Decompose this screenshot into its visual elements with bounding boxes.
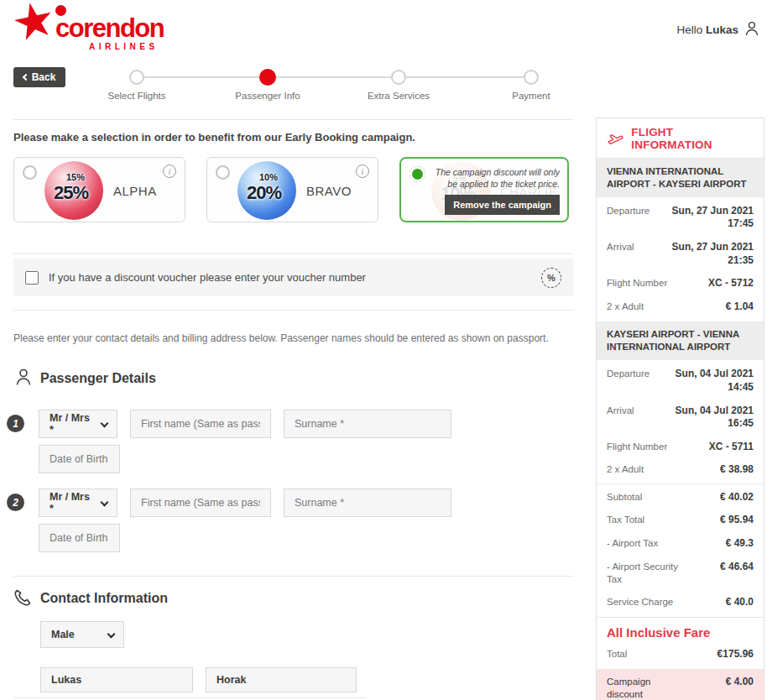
outbound-arrival-row: Arrival Sun, 27 Jun 2021 21:35	[597, 236, 764, 272]
contact-gender-value: Male	[51, 629, 75, 640]
chevron-down-icon	[101, 499, 109, 507]
passenger-2-surname-input[interactable]	[284, 488, 451, 517]
step-dot-extra-services[interactable]	[391, 70, 406, 85]
info-icon-bravo[interactable]: i	[356, 165, 369, 178]
service-charge-row: Service Charge € 40.0	[597, 591, 764, 614]
back-button[interactable]: Back	[13, 67, 65, 87]
flight-icon	[607, 133, 624, 145]
back-button-label: Back	[32, 71, 56, 83]
tax-total-row: Tax Total € 95.94	[597, 509, 764, 532]
campaign-cards: 15% 25% ALPHA i 10% 20% BRAVO i 5% 10% C…	[13, 157, 569, 222]
passenger-2-first-name-input[interactable]	[130, 488, 271, 517]
bravo-gift-image: 10% 20%	[237, 161, 296, 220]
passenger-1-first-name-input[interactable]	[130, 410, 271, 438]
campaign-card-bravo[interactable]: 10% 20% BRAVO i	[206, 157, 378, 222]
contact-surname-input[interactable]	[206, 667, 357, 692]
all-inclusive-fare-title: All Inclusive Fare	[597, 617, 764, 643]
contact-gender-select[interactable]: Male	[40, 621, 124, 648]
return-flight-number-row: Flight Number XC - 5711	[597, 436, 764, 459]
logo-airlines-text: AIRLINES	[89, 42, 159, 51]
campaign-discount-row: Campaign discount € 4.00	[597, 669, 764, 700]
flight-information-panel: FLIGHT INFORMATION VIENNA INTERNATIONAL …	[596, 118, 764, 700]
return-pax-row: 2 x Adult € 38.98	[597, 458, 764, 482]
alpha-name: ALPHA	[113, 184, 157, 198]
voucher-checkbox[interactable]	[25, 271, 39, 285]
radio-charlie-selected[interactable]	[409, 166, 425, 182]
step-dot-payment[interactable]	[524, 70, 539, 85]
alpha-big-percent: 25%	[54, 182, 88, 204]
step-dot-select-flights[interactable]	[129, 70, 144, 85]
campaign-intro-text: Please make a selection in order to bene…	[13, 131, 415, 144]
divider-voucher-bottom	[13, 310, 573, 311]
contact-information-title: Contact Information	[40, 591, 168, 606]
user-icon[interactable]	[743, 20, 760, 37]
passenger-1-title-value: Mr / Mrs *	[50, 412, 96, 436]
step-label-passenger-info[interactable]: Passenger Info	[209, 91, 326, 101]
passenger-2-title-select[interactable]: Mr / Mrs *	[39, 488, 117, 517]
corendon-logo[interactable]: ★ corendon AIRLINES	[12, 2, 180, 54]
passenger-details-title: Passenger Details	[40, 371, 156, 386]
divider-contact	[13, 576, 573, 577]
passenger-1-number: 1	[7, 415, 24, 432]
bravo-name: BRAVO	[306, 184, 352, 198]
subtotal-row: Subtotal € 40.02	[597, 483, 764, 509]
form-note-text: Please enter your contact details and bi…	[13, 332, 549, 344]
charlie-overlay: The campaign discount will only be appli…	[401, 159, 567, 221]
passenger-1-dob-input[interactable]	[39, 445, 120, 473]
phone-icon	[13, 588, 34, 608]
return-arrival-row: Arrival Sun, 04 Jul 2021 16:45	[597, 400, 764, 436]
radio-alpha[interactable]	[23, 165, 37, 180]
route-return: KAYSERI AIRPORT - VIENNA INTERNATIONAL A…	[597, 321, 764, 360]
voucher-label: If you have a discount voucher please en…	[49, 271, 541, 284]
airport-security-tax-row: - Airport Security Tax € 46.64	[597, 556, 764, 591]
return-departure-row: Departure Sun, 04 Jul 2021 14:45	[597, 360, 764, 399]
divider-bottom	[13, 697, 366, 698]
percent-badge-icon: %	[541, 268, 561, 288]
remove-campaign-button[interactable]: Remove the campaign	[445, 195, 560, 215]
divider-top	[13, 119, 573, 120]
outbound-flight-number-row: Flight Number XC - 5712	[597, 272, 764, 295]
logo-wordmark: corendon	[55, 13, 164, 44]
alpha-small-percent: 15%	[66, 172, 85, 182]
back-chevron-icon	[22, 74, 29, 81]
outbound-departure-row: Departure Sun, 27 Jun 2021 17:45	[597, 197, 764, 236]
voucher-bar: If you have a discount voucher please en…	[13, 259, 573, 296]
campaign-card-charlie[interactable]: 5% 10% CHARLIE The campaign discount wil…	[399, 157, 569, 222]
alpha-gift-image: 15% 25%	[44, 161, 103, 220]
chevron-down-icon	[107, 630, 116, 639]
greeting-text: Hello Lukas	[676, 24, 738, 36]
passenger-1-title-select[interactable]: Mr / Mrs *	[39, 410, 117, 438]
outbound-pax-row: 2 x Adult € 1.04	[597, 295, 764, 322]
passenger-2-number: 2	[7, 494, 24, 511]
passenger-2-dob-input[interactable]	[39, 524, 120, 552]
contact-first-name-input[interactable]	[40, 667, 193, 692]
step-dot-passenger-info[interactable]	[259, 69, 276, 86]
total-row: Total €175.96	[597, 643, 764, 669]
flight-information-title: FLIGHT INFORMATION	[631, 126, 754, 151]
passenger-2-title-value: Mr / Mrs *	[50, 491, 96, 515]
charlie-overlay-text: The campaign discount will only be appli…	[427, 166, 560, 190]
flight-information-header: FLIGHT INFORMATION	[597, 118, 764, 159]
logo-star-icon: ★	[8, 0, 60, 50]
bravo-big-percent: 20%	[247, 182, 281, 204]
greeting-hello: Hello	[676, 24, 702, 36]
step-label-select-flights[interactable]: Select Flights	[78, 91, 196, 101]
campaign-card-alpha[interactable]: 15% 25% ALPHA i	[13, 157, 185, 222]
airport-tax-row: - Airport Tax € 49.3	[597, 532, 764, 556]
step-label-extra-services[interactable]: Extra Services	[340, 91, 457, 101]
greeting-username: Lukas	[706, 24, 738, 36]
bravo-small-percent: 10%	[259, 172, 278, 182]
passenger-icon	[13, 367, 34, 387]
radio-bravo[interactable]	[216, 165, 230, 180]
step-label-payment[interactable]: Payment	[472, 91, 590, 101]
chevron-down-icon	[101, 420, 109, 428]
passenger-1-surname-input[interactable]	[284, 410, 451, 438]
stepper-line	[137, 76, 531, 78]
route-outbound: VIENNA INTERNATIONAL AIRPORT - KAYSERI A…	[597, 159, 764, 197]
divider-voucher-top	[13, 253, 573, 254]
info-icon-alpha[interactable]: i	[163, 165, 176, 178]
